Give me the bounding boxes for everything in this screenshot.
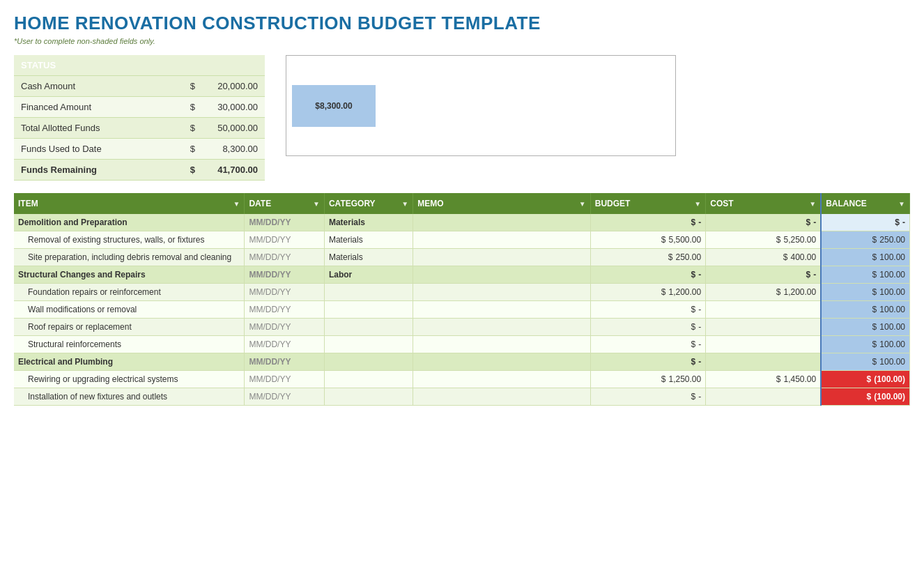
cell-date[interactable]: MM/DD/YY (245, 388, 325, 406)
status-header: STATUS (14, 55, 265, 76)
cell-date[interactable]: MM/DD/YY (245, 319, 325, 336)
status-row: Funds Remaining $ 41,700.00 (14, 160, 265, 181)
cell-cost[interactable] (706, 353, 821, 371)
cell-item: Structural reinforcements (14, 336, 245, 353)
cell-cost[interactable] (706, 319, 821, 336)
cell-budget[interactable]: $250.00 (590, 249, 705, 266)
table-row: Roof repairs or replacement MM/DD/YY $- … (14, 319, 910, 336)
cell-date[interactable]: MM/DD/YY (245, 371, 325, 388)
table-header-category: CATEGORY▼ (324, 193, 413, 214)
cell-cost[interactable]: $5,250.00 (706, 231, 821, 249)
table-row: Removal of existing structures, walls, o… (14, 231, 910, 249)
cell-balance: $100.00 (821, 353, 909, 371)
table-header-row: ITEM▼DATE▼CATEGORY▼MEMO▼BUDGET▼COST▼BALA… (14, 193, 910, 214)
dropdown-arrow[interactable]: ▼ (233, 200, 240, 208)
cell-cost[interactable]: $- (706, 266, 821, 284)
cell-memo[interactable] (413, 371, 591, 388)
cell-memo[interactable] (413, 231, 591, 249)
cell-memo[interactable] (413, 319, 591, 336)
status-value: 8,300.00 (202, 139, 265, 160)
cell-cost[interactable] (706, 301, 821, 319)
table-row: Rewiring or upgrading electrical systems… (14, 371, 910, 388)
cell-cost[interactable]: $1,450.00 (706, 371, 821, 388)
dropdown-arrow[interactable]: ▼ (809, 200, 816, 208)
cell-balance: $100.00 (821, 301, 909, 319)
cell-budget[interactable]: $5,500.00 (590, 231, 705, 249)
status-symbol: $ (167, 118, 202, 139)
status-symbol: $ (167, 160, 202, 181)
cell-budget[interactable]: $- (590, 388, 705, 406)
cell-date[interactable]: MM/DD/YY (245, 336, 325, 353)
cell-memo[interactable] (413, 284, 591, 301)
cell-item: Roof repairs or replacement (14, 319, 245, 336)
cell-balance: $100.00 (821, 266, 909, 284)
status-label: Financed Amount (14, 97, 167, 118)
cell-cost[interactable]: $1,200.00 (706, 284, 821, 301)
cell-budget[interactable]: $- (590, 319, 705, 336)
cell-date[interactable]: MM/DD/YY (245, 266, 325, 284)
cell-cost[interactable] (706, 388, 821, 406)
cell-date[interactable]: MM/DD/YY (245, 353, 325, 371)
cell-category: Materials (324, 249, 413, 266)
cell-date[interactable]: MM/DD/YY (245, 231, 325, 249)
status-value: 20,000.00 (202, 76, 265, 97)
subtitle: *User to complete non-shaded fields only… (14, 37, 910, 45)
cell-date[interactable]: MM/DD/YY (245, 284, 325, 301)
cell-category (324, 371, 413, 388)
cell-item: Removal of existing structures, walls, o… (14, 231, 245, 249)
cell-budget[interactable]: $- (590, 266, 705, 284)
cell-item: Site preparation, including debris remov… (14, 249, 245, 266)
dropdown-arrow[interactable]: ▼ (579, 200, 586, 208)
cell-budget[interactable]: $- (590, 353, 705, 371)
table-header-date: DATE▼ (245, 193, 325, 214)
cell-category: Materials (324, 231, 413, 249)
cell-balance: $100.00 (821, 319, 909, 336)
cell-memo[interactable] (413, 353, 591, 371)
table-header-cost: COST▼ (706, 193, 821, 214)
cell-date[interactable]: MM/DD/YY (245, 249, 325, 266)
main-budget-table: ITEM▼DATE▼CATEGORY▼MEMO▼BUDGET▼COST▼BALA… (14, 193, 910, 406)
status-label: Cash Amount (14, 76, 167, 97)
status-label: Total Allotted Funds (14, 118, 167, 139)
cell-balance: $- (821, 214, 909, 231)
cell-memo[interactable] (413, 388, 591, 406)
status-table: STATUS Cash Amount $ 20,000.00 Financed … (14, 55, 265, 181)
table-row: Foundation repairs or reinforcement MM/D… (14, 284, 910, 301)
cell-cost[interactable] (706, 336, 821, 353)
status-symbol: $ (167, 76, 202, 97)
table-header-balance: BALANCE▼ (821, 193, 909, 214)
cell-memo[interactable] (413, 301, 591, 319)
cell-memo[interactable] (413, 214, 591, 231)
cell-budget[interactable]: $1,250.00 (590, 371, 705, 388)
cell-memo[interactable] (413, 249, 591, 266)
table-header-item: ITEM▼ (14, 193, 245, 214)
table-row: Structural Changes and Repairs MM/DD/YY … (14, 266, 910, 284)
table-header-memo: MEMO▼ (413, 193, 591, 214)
cell-category (324, 388, 413, 406)
cell-memo[interactable] (413, 266, 591, 284)
status-value: 30,000.00 (202, 97, 265, 118)
cell-date[interactable]: MM/DD/YY (245, 214, 325, 231)
cell-budget[interactable]: $1,200.00 (590, 284, 705, 301)
table-header-budget: BUDGET▼ (590, 193, 705, 214)
status-label: Funds Remaining (14, 160, 167, 181)
dropdown-arrow[interactable]: ▼ (898, 200, 905, 208)
cell-budget[interactable]: $- (590, 301, 705, 319)
cell-budget[interactable]: $- (590, 336, 705, 353)
cell-category (324, 319, 413, 336)
dropdown-arrow[interactable]: ▼ (401, 200, 408, 208)
cell-date[interactable]: MM/DD/YY (245, 301, 325, 319)
dropdown-arrow[interactable]: ▼ (313, 200, 320, 208)
dropdown-arrow[interactable]: ▼ (694, 200, 701, 208)
cell-category (324, 301, 413, 319)
cell-balance: $100.00 (821, 336, 909, 353)
cell-category (324, 284, 413, 301)
cell-cost[interactable]: $400.00 (706, 249, 821, 266)
table-row: Site preparation, including debris remov… (14, 249, 910, 266)
table-row: Structural reinforcements MM/DD/YY $- $1… (14, 336, 910, 353)
cell-budget[interactable]: $- (590, 214, 705, 231)
cell-category (324, 353, 413, 371)
cell-item: Wall modifications or removal (14, 301, 245, 319)
cell-memo[interactable] (413, 336, 591, 353)
cell-cost[interactable]: $- (706, 214, 821, 231)
